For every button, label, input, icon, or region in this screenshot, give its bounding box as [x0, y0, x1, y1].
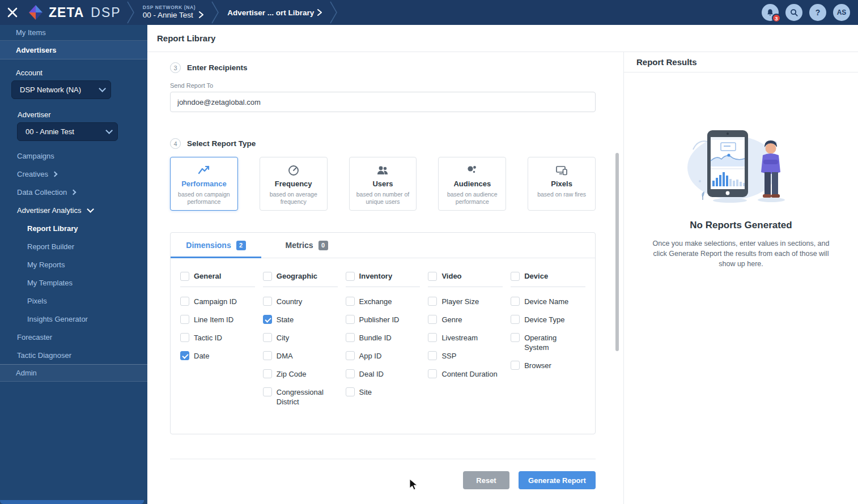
dimension-dma[interactable]: DMA: [263, 351, 338, 361]
dimension-zip-code[interactable]: Zip Code: [263, 369, 338, 379]
account-select[interactable]: DSP Network (NA): [11, 80, 111, 99]
dimension-app-id[interactable]: App ID: [346, 351, 420, 361]
dimension-bundle-id[interactable]: Bundle ID: [346, 333, 420, 343]
checkbox[interactable]: [263, 297, 272, 306]
dimension-exchange[interactable]: Exchange: [346, 297, 420, 306]
dimension-deal-id[interactable]: Deal ID: [346, 369, 420, 379]
checkbox[interactable]: [180, 315, 189, 324]
dimension-livestream[interactable]: Livestream: [428, 333, 503, 343]
tab-dimensions[interactable]: Dimensions 2: [171, 233, 261, 258]
checkbox[interactable]: [511, 361, 520, 370]
sidebar-item-my-templates[interactable]: My Templates: [0, 274, 147, 292]
checkbox[interactable]: [263, 369, 272, 378]
dimension-device-type[interactable]: Device Type: [511, 315, 585, 324]
dimension-operating-system[interactable]: Operating System: [511, 333, 585, 352]
sidebar-item-report-builder[interactable]: Report Builder: [0, 237, 147, 255]
reset-button[interactable]: Reset: [463, 471, 509, 489]
tab-metrics[interactable]: Metrics 0: [261, 233, 352, 258]
help-button[interactable]: ?: [809, 4, 826, 21]
dimension-tactic-id[interactable]: Tactic ID: [180, 333, 255, 343]
checkbox[interactable]: [428, 297, 437, 306]
dimension-campaign-id[interactable]: Campaign ID: [180, 297, 255, 306]
checkbox[interactable]: [346, 333, 355, 342]
sidebar-item-forecaster[interactable]: Forecaster: [0, 328, 147, 346]
send-report-to-input[interactable]: [170, 92, 596, 112]
checkbox[interactable]: [346, 351, 355, 360]
dimension-device-name[interactable]: Device Name: [511, 297, 585, 306]
vertical-scrollbar-thumb[interactable]: [615, 153, 619, 351]
checkbox[interactable]: [180, 333, 189, 342]
checkbox[interactable]: [428, 315, 437, 324]
checkbox[interactable]: [428, 333, 437, 342]
checkbox[interactable]: [511, 272, 520, 281]
checkbox[interactable]: [511, 333, 520, 342]
account-select-value: DSP Network (NA): [20, 86, 81, 94]
notifications-button[interactable]: 3: [762, 4, 779, 21]
group-header-device[interactable]: Device: [511, 272, 585, 287]
bottom-divider: [170, 459, 596, 459]
checkbox[interactable]: [346, 315, 355, 324]
breadcrumb-account-advertiser[interactable]: DSP NETWORK (NA) 00 - Annie Test: [135, 5, 212, 19]
checkbox[interactable]: [263, 351, 272, 360]
checkbox[interactable]: [180, 297, 189, 306]
user-avatar[interactable]: AS: [833, 4, 850, 21]
dimension-ssp[interactable]: SSP: [428, 351, 503, 361]
sidebar-item-admin[interactable]: Admin: [0, 364, 147, 382]
report-type-card-audiences[interactable]: Audiences based on audience performance: [438, 157, 506, 211]
dimension-date[interactable]: Date: [180, 351, 255, 361]
dimension-genre[interactable]: Genre: [428, 315, 503, 324]
checkbox[interactable]: [511, 315, 520, 324]
checkbox[interactable]: [263, 333, 272, 342]
report-type-card-performance[interactable]: Performance based on campaign performanc…: [170, 157, 238, 211]
dimension-congressional-district[interactable]: Congressional District: [263, 387, 338, 407]
sidebar-item-my-reports[interactable]: My Reports: [0, 255, 147, 274]
checkbox[interactable]: [346, 387, 355, 396]
sidebar-item-insights-generator[interactable]: Insights Generator: [0, 310, 147, 328]
sidebar-item-tactic-diagnoser[interactable]: Tactic Diagnoser: [0, 346, 147, 364]
report-type-card-users[interactable]: Users based on number of unique users: [349, 157, 417, 211]
checkbox[interactable]: [346, 272, 355, 281]
group-header-inventory[interactable]: Inventory: [346, 272, 420, 287]
sidebar-item-campaigns[interactable]: Campaigns: [0, 147, 147, 165]
dimension-publisher-id[interactable]: Publisher ID: [346, 315, 420, 324]
search-button[interactable]: [785, 4, 802, 21]
sidebar-item-advertiser-analytics[interactable]: Advertiser Analytics: [0, 201, 147, 219]
report-type-card-frequency[interactable]: Frequency based on average frequency: [260, 157, 328, 211]
sidebar-item-data-collection[interactable]: Data Collection: [0, 183, 147, 201]
sidebar-item-advertisers[interactable]: Advertisers: [0, 41, 147, 59]
checkbox[interactable]: [428, 369, 437, 378]
dimension-player-size[interactable]: Player Size: [428, 297, 503, 306]
checkbox[interactable]: [428, 272, 437, 281]
checkbox[interactable]: [180, 351, 189, 360]
dimension-browser[interactable]: Browser: [511, 361, 585, 370]
dimension-city[interactable]: City: [263, 333, 338, 343]
dimension-label: Device Name: [524, 297, 568, 306]
sidebar-item-my-items[interactable]: My Items: [0, 25, 147, 41]
zeta-dsp-logo[interactable]: ZETA DSP: [27, 4, 121, 21]
dimension-content-duration[interactable]: Content Duration: [428, 369, 503, 379]
sidebar-item-pixels[interactable]: Pixels: [0, 292, 147, 310]
dimension-line-item-id[interactable]: Line Item ID: [180, 315, 255, 324]
checkbox[interactable]: [263, 387, 272, 396]
close-icon[interactable]: [0, 0, 25, 25]
advertiser-select[interactable]: 00 - Annie Test: [17, 122, 118, 141]
checkbox[interactable]: [428, 351, 437, 360]
checkbox[interactable]: [346, 369, 355, 378]
group-header-general[interactable]: General: [180, 272, 255, 287]
generate-report-button[interactable]: Generate Report: [519, 471, 596, 489]
dimension-country[interactable]: Country: [263, 297, 338, 306]
checkbox[interactable]: [263, 315, 272, 324]
group-header-geographic[interactable]: Geographic: [263, 272, 338, 287]
report-type-card-pixels[interactable]: Pixels based on raw fires: [528, 157, 596, 211]
breadcrumb-section[interactable]: Advertiser ... ort Library: [219, 8, 330, 17]
dimension-site[interactable]: Site: [346, 387, 420, 397]
sidebar-item-report-library[interactable]: Report Library: [0, 219, 147, 237]
checkbox[interactable]: [511, 297, 520, 306]
checkbox[interactable]: [346, 297, 355, 306]
checkbox[interactable]: [180, 272, 189, 281]
chevron-right-icon: [52, 171, 57, 177]
dimension-state[interactable]: State: [263, 315, 338, 324]
sidebar-item-creatives[interactable]: Creatives: [0, 165, 147, 183]
checkbox[interactable]: [263, 272, 272, 281]
group-header-video[interactable]: Video: [428, 272, 503, 287]
